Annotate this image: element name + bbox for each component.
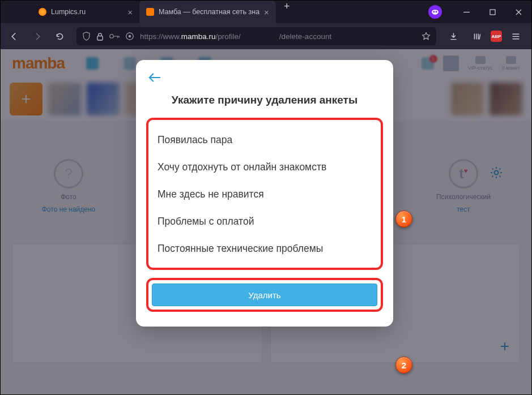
nav-forward-button[interactable] [27,27,47,45]
annotation-callout-1: 1 [395,211,412,227]
svg-rect-3 [97,36,103,40]
window-maximize[interactable] [479,1,505,23]
key-icon [109,32,120,40]
favicon-mamba [146,8,154,16]
svg-rect-2 [490,10,495,15]
nav-back-button[interactable] [4,27,24,45]
favicon-lumpics [39,8,46,16]
delete-button-wrap: Удалить [146,278,383,312]
modal-title: Укажите причину удаления анкеты [136,87,393,118]
downloads-button[interactable] [443,27,463,45]
window-minimize[interactable] [453,1,479,23]
vpn-mask-icon[interactable] [428,5,442,19]
svg-point-1 [436,11,437,12]
svg-point-4 [110,35,114,38]
abp-extension-icon[interactable]: ABP [491,31,502,42]
tab-title: Мамба — бесплатная сеть зна [159,8,259,16]
url-text: https://www.mamba.ru/profile//delete-acc… [140,32,331,41]
library-button[interactable] [467,27,487,45]
lock-icon [96,32,104,41]
annotation-callout-2: 2 [395,357,412,373]
window-controls [428,1,531,23]
reason-option[interactable]: Проблемы с оплатой [156,208,373,235]
reason-option[interactable]: Хочу отдохнуть от онлайн знакомств [156,154,373,181]
bookmark-star-icon[interactable] [422,32,431,41]
page-content: mamba 1 VIP-статус 0 монет + [1,49,531,395]
tab-title: Lumpics.ru [51,8,123,16]
modal-back-button[interactable] [136,72,393,87]
reason-option[interactable]: Мне здесь не нравится [156,181,373,208]
delete-button[interactable]: Удалить [152,284,377,306]
tab-strip: Lumpics.ru × Мамба — бесплатная сеть зна… [1,1,297,23]
shield-icon [82,32,91,41]
tracker-icon [125,32,134,41]
delete-reason-modal: Укажите причину удаления анкеты Появилас… [136,60,393,327]
browser-tab-mamba[interactable]: Мамба — бесплатная сеть зна × [139,1,276,23]
browser-toolbar: https://www.mamba.ru/profile//delete-acc… [1,23,531,49]
close-icon[interactable]: × [127,7,133,17]
toolbar-extensions: ABP [443,27,526,45]
new-tab-button[interactable]: + [276,1,298,23]
close-icon[interactable]: × [264,7,269,17]
url-bar[interactable]: https://www.mamba.ru/profile//delete-acc… [76,27,436,45]
window-close[interactable] [505,1,531,23]
reason-options-group: Появилась пара Хочу отдохнуть от онлайн … [146,118,383,270]
window-titlebar: Lumpics.ru × Мамба — бесплатная сеть зна… [1,1,531,23]
browser-tab-lumpics[interactable]: Lumpics.ru × [32,1,139,23]
app-menu-button[interactable] [505,27,526,45]
reason-option[interactable]: Постоянные технические проблемы [156,235,373,263]
svg-point-0 [433,11,435,12]
nav-reload-button[interactable] [49,27,70,45]
reason-option[interactable]: Появилась пара [156,127,373,154]
svg-point-6 [129,35,131,37]
